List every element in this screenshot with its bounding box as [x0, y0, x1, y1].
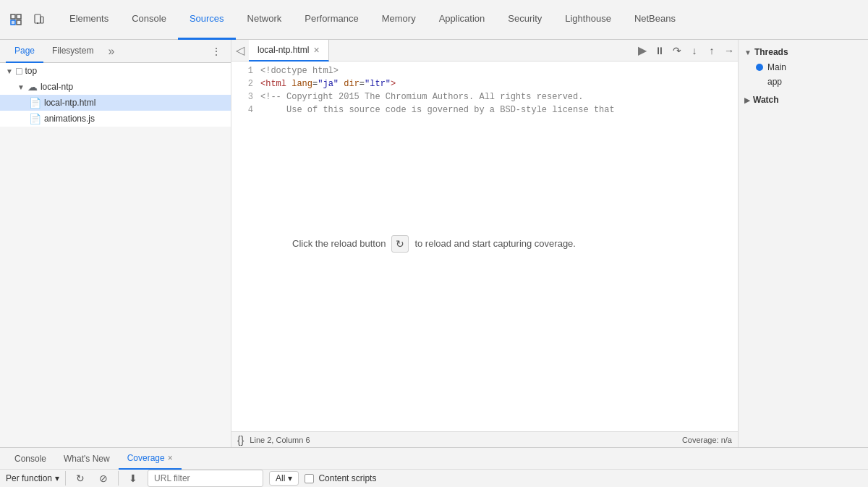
tab-sources[interactable]: Sources	[178, 0, 236, 40]
thread-inactive-dot	[756, 78, 763, 85]
threads-section: ▼ Threads Main app ▶ W	[739, 40, 868, 112]
back-navigation-icon[interactable]: ◁	[231, 42, 249, 59]
js-file-icon: 📄	[29, 113, 41, 124]
coverage-export-icon[interactable]: ⬇	[124, 470, 142, 487]
editor-tab-bar: ◁ local-ntp.html × ▶ ⏸ ↷ ↓ ↑ →	[231, 40, 738, 62]
tab-network[interactable]: Network	[236, 0, 294, 40]
code-line-3: 3 <!-- Copyright 2015 The Chromium Autho…	[231, 90, 738, 103]
svg-rect-0	[11, 14, 15, 19]
step-into-icon[interactable]: ↓	[686, 42, 703, 59]
editor-column: ◁ local-ntp.html × ▶ ⏸ ↷ ↓ ↑ →	[231, 40, 738, 447]
file-tree-item-js[interactable]: 📄 animations.js	[0, 111, 231, 127]
content-scripts-checkbox[interactable]	[305, 474, 314, 483]
threads-arrow-icon: ▼	[744, 48, 752, 56]
more-options-icon[interactable]: ⋮	[208, 43, 225, 60]
device-toggle-icon[interactable]	[29, 9, 49, 30]
svg-rect-2	[17, 14, 21, 19]
nav-tabs: Elements Console Sources Network Perform…	[58, 0, 687, 39]
watch-arrow-icon: ▶	[744, 96, 750, 104]
tab-lighthouse[interactable]: Lighthouse	[553, 0, 623, 40]
all-dropdown[interactable]: All ▾	[269, 471, 299, 486]
bottom-tab-whats-new[interactable]: What's New	[55, 448, 119, 470]
sources-subtab-actions: ⋮	[208, 43, 225, 60]
arrow-icon: ▼	[17, 83, 25, 91]
editor-position: Line 2, Column 6	[250, 436, 310, 444]
editor-tab-nav-right: ▶ ⏸ ↷ ↓ ↑ →	[634, 42, 738, 59]
tab-netbeans[interactable]: NetBeans	[623, 0, 687, 40]
tab-performance[interactable]: Performance	[293, 0, 370, 40]
coverage-divider-2	[118, 471, 119, 486]
watch-header[interactable]: ▶ Watch	[744, 92, 862, 108]
thread-item-app[interactable]: app	[744, 75, 862, 89]
code-line-2: 2 <html lang="ja" dir="ltr">	[231, 77, 738, 90]
svg-rect-5	[37, 22, 38, 24]
code-editor[interactable]: 1 <!doctype html> 2 <html lang="ja" dir=…	[231, 62, 738, 431]
folder-icon: □	[16, 65, 22, 77]
editor-tab-html[interactable]: local-ntp.html ×	[249, 40, 329, 62]
coverage-clear-icon[interactable]: ⊘	[95, 470, 112, 487]
status-right: Coverage: n/a	[682, 436, 732, 444]
braces-icon: {}	[237, 434, 244, 446]
play-icon[interactable]: ▶	[634, 42, 651, 59]
status-bar: {} Line 2, Column 6 Coverage: n/a	[231, 431, 738, 447]
tab-elements[interactable]: Elements	[58, 0, 120, 40]
tab-application[interactable]: Application	[427, 0, 497, 40]
tab-memory[interactable]: Memory	[370, 0, 427, 40]
all-dropdown-arrow-icon: ▾	[288, 473, 292, 483]
file-tree-item-local-ntp[interactable]: ▼ ☁ local-ntp	[0, 79, 231, 95]
arrow-icon: ▼	[6, 67, 13, 75]
file-tree-item-top[interactable]: ▼ □ top	[0, 63, 231, 79]
svg-rect-6	[41, 17, 43, 23]
code-line-4: 4 Use of this source code is governed by…	[231, 103, 738, 117]
html-file-icon: 📄	[29, 97, 41, 109]
step-out-icon[interactable]: ↑	[703, 42, 720, 59]
code-line-1: 1 <!doctype html>	[231, 64, 738, 77]
sources-subtab-more[interactable]: »	[102, 45, 120, 58]
step-icon[interactable]: →	[720, 42, 738, 59]
coverage-status: Coverage: n/a	[682, 436, 732, 444]
file-tree-item-html[interactable]: 📄 local-ntp.html	[0, 95, 231, 111]
right-panel: ▼ Threads Main app ▶ W	[738, 40, 868, 447]
svg-rect-3	[17, 20, 21, 25]
url-filter-input[interactable]	[148, 470, 263, 487]
toolbar-icons	[6, 9, 49, 30]
status-left: {} Line 2, Column 6	[237, 434, 310, 446]
svg-rect-4	[35, 14, 41, 23]
thread-item-main[interactable]: Main	[744, 60, 862, 75]
bottom-tab-coverage[interactable]: Coverage ×	[119, 448, 182, 470]
per-function-dropdown[interactable]: Per function ▾	[6, 473, 59, 483]
coverage-divider-1	[65, 471, 66, 486]
svg-rect-1	[11, 20, 15, 25]
coverage-toolbar: Per function ▾ ↻ ⊘ ⬇ All ▾ Content scrip…	[0, 470, 868, 487]
editor-tab-close-icon[interactable]: ×	[313, 45, 319, 55]
devtools-window: Elements Console Sources Network Perform…	[0, 0, 868, 487]
tab-security[interactable]: Security	[496, 0, 553, 40]
per-function-arrow-icon: ▾	[55, 473, 59, 483]
threads-header[interactable]: ▼ Threads	[744, 44, 862, 60]
coverage-tab-close-icon[interactable]: ×	[168, 453, 173, 463]
bottom-panel: Console What's New Coverage × Per functi…	[0, 447, 868, 487]
inspect-icon[interactable]	[6, 9, 26, 30]
sources-subtab-bar: Page Filesystem » ⋮	[0, 40, 231, 63]
top-toolbar: Elements Console Sources Network Perform…	[0, 0, 868, 40]
bottom-tabs: Console What's New Coverage ×	[0, 448, 868, 470]
pause-icon[interactable]: ⏸	[651, 42, 668, 59]
sources-subtab-page[interactable]: Page	[6, 40, 43, 63]
thread-active-dot	[756, 64, 763, 71]
coverage-reload-inline-button[interactable]: ↻	[391, 235, 409, 253]
file-tree: ▼ □ top ▼ ☁ local-ntp 📄 local-ntp.html	[0, 63, 231, 127]
editor-and-right: ◁ local-ntp.html × ▶ ⏸ ↷ ↓ ↑ →	[231, 40, 868, 447]
step-over-icon[interactable]: ↷	[668, 42, 686, 59]
coverage-reload-icon[interactable]: ↻	[72, 470, 89, 487]
content-scripts-checkbox-label[interactable]: Content scripts	[305, 473, 376, 483]
bottom-tab-console[interactable]: Console	[6, 448, 55, 470]
sources-subtab-filesystem[interactable]: Filesystem	[43, 40, 102, 63]
tab-console[interactable]: Console	[120, 0, 178, 40]
cloud-icon: ☁	[27, 81, 38, 93]
